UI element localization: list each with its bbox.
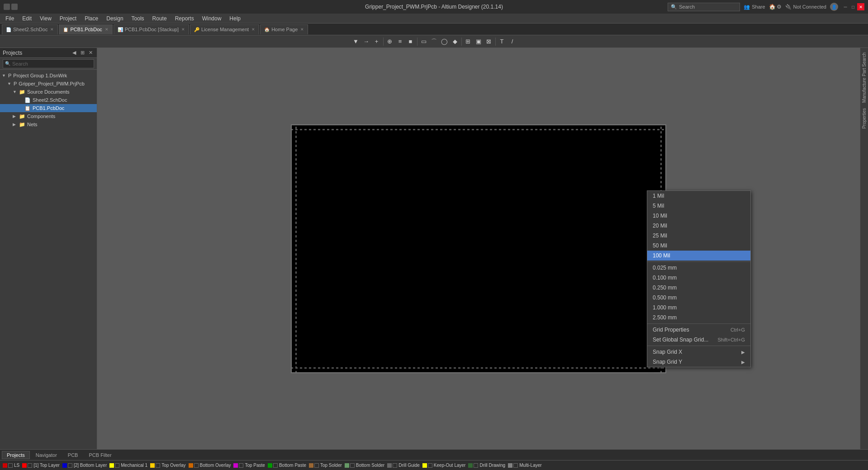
tab-3[interactable]: 🔑License Management✕ bbox=[190, 24, 259, 34]
tree-item-2[interactable]: ▼📁Source Documents bbox=[0, 88, 97, 96]
layer-checkbox-4[interactable] bbox=[156, 463, 160, 468]
tab-close-4[interactable]: ✕ bbox=[300, 27, 304, 32]
menu-item-route[interactable]: Route bbox=[149, 14, 171, 23]
right-panel-tab-1[interactable]: Properties bbox=[861, 105, 868, 132]
toolbar-btn-4[interactable]: ≡ bbox=[395, 37, 405, 47]
ctx-item-5[interactable]: 50 Mil bbox=[647, 241, 750, 251]
toolbar-btn-6[interactable]: ▭ bbox=[419, 37, 429, 47]
panel-pin-button[interactable]: ◀ bbox=[71, 49, 78, 57]
toolbar-btn-11[interactable]: ▣ bbox=[474, 37, 484, 47]
menu-item-design[interactable]: Design bbox=[103, 14, 127, 23]
menu-item-reports[interactable]: Reports bbox=[171, 14, 198, 23]
menu-item-file[interactable]: File bbox=[2, 14, 18, 23]
tree-item-1[interactable]: ▼PGripper_Project_PWM.PrjPcb bbox=[0, 80, 97, 88]
tree-arrow-6: ▶ bbox=[13, 122, 17, 127]
ctx-item-2[interactable]: 10 Mil bbox=[647, 211, 750, 221]
toolbar-btn-0[interactable]: ▼ bbox=[351, 37, 361, 47]
panel-tab-pcb[interactable]: PCB bbox=[63, 451, 83, 459]
toolbar-btn-8[interactable]: ◯ bbox=[440, 37, 450, 47]
tab-close-3[interactable]: ✕ bbox=[251, 27, 255, 32]
app-icon-1 bbox=[4, 4, 10, 10]
tab-close-0[interactable]: ✕ bbox=[50, 27, 54, 32]
menu-item-edit[interactable]: Edit bbox=[19, 14, 35, 23]
layer-checkbox-11[interactable] bbox=[428, 463, 432, 468]
layer-checkbox-1[interactable] bbox=[28, 463, 32, 468]
layer-color-2 bbox=[62, 463, 67, 468]
tree-item-5[interactable]: ▶📁Components bbox=[0, 112, 97, 120]
toolbar-btn-9[interactable]: ◆ bbox=[450, 37, 460, 47]
menu-item-project[interactable]: Project bbox=[56, 14, 80, 23]
ctx-item-9[interactable]: 0.100 mm bbox=[647, 273, 750, 283]
layer-checkbox-2[interactable] bbox=[68, 463, 72, 468]
ctx-item-11[interactable]: 0.500 mm bbox=[647, 293, 750, 303]
layer-checkbox-0[interactable] bbox=[8, 463, 13, 468]
ctx-item-1[interactable]: 5 Mil bbox=[647, 201, 750, 211]
layer-checkbox-13[interactable] bbox=[513, 463, 518, 468]
tab-close-1[interactable]: ✕ bbox=[105, 27, 109, 32]
panel-search-icon: 🔍 bbox=[5, 61, 10, 66]
menu-item-view[interactable]: View bbox=[36, 14, 55, 23]
layer-checkbox-10[interactable] bbox=[393, 463, 397, 468]
ctx-item-19[interactable]: Snap Grid Y▶ bbox=[647, 357, 750, 367]
ctx-item-16[interactable]: Set Global Snap Grid...Shift+Ctrl+G bbox=[647, 335, 750, 345]
layer-checkbox-7[interactable] bbox=[273, 463, 278, 468]
tab-1[interactable]: 📋PCB1.PcbDoc✕ bbox=[59, 24, 112, 34]
close-button[interactable]: ✕ bbox=[857, 3, 864, 10]
maximize-button[interactable]: □ bbox=[849, 3, 857, 10]
menu-item-help[interactable]: Help bbox=[226, 14, 244, 23]
tab-close-2[interactable]: ✕ bbox=[181, 27, 185, 32]
toolbar-btn-3[interactable]: ⊕ bbox=[385, 37, 395, 47]
ctx-item-10[interactable]: 0.250 mm bbox=[647, 283, 750, 293]
tree-item-6[interactable]: ▶📁Nets bbox=[0, 120, 97, 128]
ctx-item-4[interactable]: 25 Mil bbox=[647, 231, 750, 241]
ctx-item-12[interactable]: 1.000 mm bbox=[647, 303, 750, 313]
canvas-area[interactable]: 1 Mil5 Mil10 Mil20 Mil25 Mil50 Mil100 Mi… bbox=[97, 48, 860, 449]
title-search-bar[interactable]: 🔍 Search bbox=[668, 3, 740, 11]
panel-close-button[interactable]: ✕ bbox=[87, 49, 94, 57]
menu-item-tools[interactable]: Tools bbox=[128, 14, 148, 23]
layer-checkbox-12[interactable] bbox=[474, 463, 478, 468]
share-label: Share bbox=[752, 4, 765, 9]
minimize-button[interactable]: ─ bbox=[842, 3, 849, 10]
ctx-item-15[interactable]: Grid PropertiesCtrl+G bbox=[647, 325, 750, 335]
panel-tab-pcb-filter[interactable]: PCB Filter bbox=[84, 451, 116, 459]
tab-icon-0: 📄 bbox=[6, 27, 11, 32]
toolbar-btn-12[interactable]: ⊠ bbox=[484, 37, 494, 47]
menu-item-place[interactable]: Place bbox=[81, 14, 102, 23]
toolbar-btn-5[interactable]: ■ bbox=[406, 37, 416, 47]
menu-item-window[interactable]: Window bbox=[199, 14, 225, 23]
right-panel-tab-0[interactable]: Manufacture Part Search bbox=[861, 50, 868, 105]
ctx-item-6[interactable]: 100 Mil bbox=[647, 251, 750, 261]
tab-2[interactable]: 📊PCB1.PcbDoc [Stackup]✕ bbox=[114, 24, 189, 34]
layer-checkbox-5[interactable] bbox=[194, 463, 199, 468]
toolbar-btn-10[interactable]: ⊞ bbox=[463, 37, 473, 47]
layer-checkbox-6[interactable] bbox=[239, 463, 243, 468]
ctx-item-8[interactable]: 0.025 mm bbox=[647, 263, 750, 273]
tab-4[interactable]: 🏠Home Page✕ bbox=[260, 24, 308, 34]
toolbar-btn-14[interactable]: / bbox=[508, 37, 517, 47]
ctx-item-13[interactable]: 2.500 mm bbox=[647, 313, 750, 323]
panel-tab-navigator[interactable]: Navigator bbox=[31, 451, 62, 459]
ctx-item-0[interactable]: 1 Mil bbox=[647, 191, 750, 201]
toolbar-btn-7[interactable]: ⌒ bbox=[429, 37, 439, 47]
ctx-item-3[interactable]: 20 Mil bbox=[647, 221, 750, 231]
tree-item-3[interactable]: 📄Sheet2.SchDoc bbox=[0, 96, 97, 104]
ctx-label-10: 0.250 mm bbox=[653, 285, 677, 291]
search-icon: 🔍 bbox=[671, 4, 677, 10]
user-avatar[interactable]: 👤 bbox=[830, 3, 838, 11]
layer-checkbox-3[interactable] bbox=[115, 463, 119, 468]
ctx-item-18[interactable]: Snap Grid X▶ bbox=[647, 347, 750, 357]
panel-tab-projects[interactable]: Projects bbox=[2, 451, 30, 459]
layer-checkbox-8[interactable] bbox=[314, 463, 319, 468]
layer-checkbox-9[interactable] bbox=[350, 463, 355, 468]
tree-item-0[interactable]: ▼PProject Group 1.DsnWrk bbox=[0, 71, 97, 80]
toolbar-btn-1[interactable]: → bbox=[361, 37, 371, 47]
panel-settings-button[interactable]: ⊞ bbox=[79, 49, 86, 57]
tree-item-4[interactable]: 📋PCB1.PcbDoc bbox=[0, 104, 97, 112]
ctx-label-12: 1.000 mm bbox=[653, 304, 677, 311]
tab-0[interactable]: 📄Sheet2.SchDoc✕ bbox=[2, 24, 58, 34]
toolbar-btn-13[interactable]: T bbox=[497, 37, 507, 47]
toolbar-btn-2[interactable]: + bbox=[372, 37, 382, 47]
left-panel: Projects ◀ ⊞ ✕ 🔍 Search ▼PProject Group … bbox=[0, 48, 97, 449]
toolbar-separator-3 bbox=[383, 38, 384, 46]
